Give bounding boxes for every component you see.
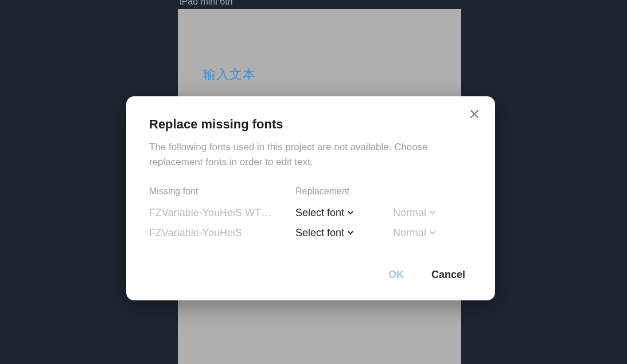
cancel-button[interactable]: Cancel: [430, 267, 466, 283]
replacement-font-select[interactable]: Select font: [295, 227, 393, 239]
chevron-down-icon: [348, 211, 353, 215]
select-weight-label: Normal: [393, 227, 426, 239]
chevron-down-icon: [430, 231, 435, 235]
chevron-down-icon: [348, 231, 353, 235]
modal-actions: OK Cancel: [149, 267, 472, 283]
column-header-missing: Missing font: [149, 186, 295, 197]
ok-button[interactable]: OK: [387, 267, 405, 283]
chevron-down-icon: [430, 211, 435, 215]
modal-title: Replace missing fonts: [149, 117, 472, 132]
replacement-weight-select[interactable]: Normal: [393, 207, 472, 219]
replacement-weight-select[interactable]: Normal: [393, 227, 472, 239]
select-weight-label: Normal: [393, 207, 426, 219]
replace-fonts-modal: Replace missing fonts The following font…: [126, 96, 495, 300]
select-font-label: Select font: [295, 207, 344, 219]
modal-description: The following fonts used in this project…: [149, 140, 436, 170]
missing-font-name: FZVariable-YouHeiS WT…: [149, 207, 295, 219]
columns-header: Missing font Replacement: [149, 186, 472, 197]
close-button[interactable]: [466, 107, 482, 123]
close-icon: [470, 108, 479, 121]
font-row: FZVariable-YouHeiS WT… Select font Norma…: [149, 207, 472, 219]
missing-font-name: FZVariable-YouHeiS: [149, 227, 295, 239]
select-font-label: Select font: [295, 227, 344, 239]
column-header-replacement: Replacement: [295, 186, 472, 197]
font-row: FZVariable-YouHeiS Select font Normal: [149, 227, 472, 239]
replacement-font-select[interactable]: Select font: [295, 207, 393, 219]
